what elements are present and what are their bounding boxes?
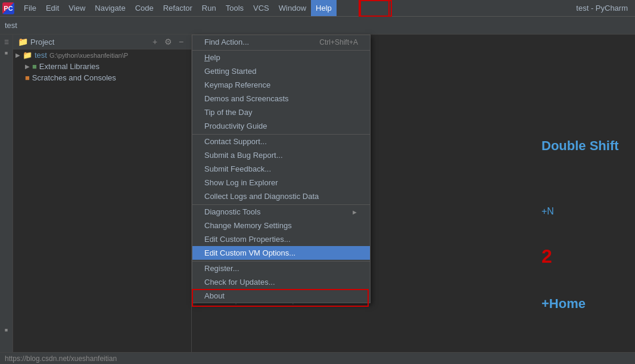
shortcut-annotation: +N [537,204,635,219]
side-icon-2[interactable]: ■ [0,48,13,58]
diagnostic-tools-label: Diagnostic Tools [204,207,260,216]
menu-window[interactable]: Window [274,0,311,16]
tree-item-test[interactable]: ▶ 📁 test G:\python\xueshanfeitian\P [13,49,191,61]
app-logo: PC [2,2,14,14]
double-shift-annotation: Double Shift [537,136,635,156]
titlebar: test [0,17,635,35]
menu-about[interactable]: About [192,289,370,303]
register-label: Register... [204,264,239,273]
demos-screencasts-label: Demos and Screencasts [204,94,289,103]
project-panel: 📁 Project + ⚙ − ▶ 📁 test G:\python\xuesh… [13,35,192,364]
number-annotation: 2 [537,243,635,270]
menu-collect-logs[interactable]: Collect Logs and Diagnostic Data [192,189,370,203]
menu-tools[interactable]: Tools [221,0,248,16]
tree-path-test: G:\python\xueshanfeitian\P [49,52,128,59]
tree-arrow-test: ▶ [15,52,20,58]
menu-view[interactable]: View [64,0,90,16]
annotation-area: Double Shift +N 2 +Home [537,35,635,364]
menu-edit[interactable]: Edit [41,0,64,16]
menu-show-log[interactable]: Show Log in Explorer [192,176,370,189]
menu-refactor[interactable]: Refactor [158,0,197,16]
menu-register[interactable]: Register... [192,261,370,275]
help-item-label: Help [204,53,220,62]
show-log-label: Show Log in Explorer [204,178,278,187]
menu-demos-screencasts[interactable]: Demos and Screencasts [192,92,370,105]
menu-run[interactable]: Run [197,0,221,16]
menu-contact-support[interactable]: Contact Support... [192,134,370,148]
menu-navigate[interactable]: Navigate [90,0,130,16]
menu-edit-custom-vm[interactable]: Edit Custom VM Options... [192,246,370,260]
getting-started-label: Getting Started [204,67,256,76]
panel-folder-icon: 📁 [18,37,28,46]
menu-change-memory[interactable]: Change Memory Settings [192,219,370,232]
url-label: https://blog.csdn.net/xueshanfeitian [5,354,117,363]
scratch-icon: ■ [25,73,30,82]
diagnostic-tools-arrow: ► [351,209,358,216]
find-action-label: Find Action... [204,38,249,46]
menu-vcs[interactable]: VCS [248,0,274,16]
window-title: test - PyCharm [576,4,633,13]
menu-help-item[interactable]: Help [192,50,370,64]
panel-icon-minus[interactable]: − [176,37,186,46]
folder-icon-test: 📁 [23,51,32,60]
content-area: Find Action... Ctrl+Shift+A Help Getting… [192,35,635,364]
logo-icon: PC [2,2,14,14]
panel-title: Project [30,38,54,46]
side-icon-3[interactable]: ■ [0,325,13,335]
shortcut-prefix: +N [541,206,554,216]
change-memory-label: Change Memory Settings [204,221,292,230]
menubar: PC File Edit View Navigate Code Refactor… [0,0,635,17]
menu-submit-bug[interactable]: Submit a Bug Report... [192,148,370,162]
menu-keymap-reference[interactable]: Keymap Reference [192,78,370,92]
submit-bug-label: Submit a Bug Report... [204,151,283,160]
tree-arrow-ext: ▶ [25,63,30,70]
panel-header: 📁 Project + ⚙ − [13,35,191,49]
contact-support-label: Contact Support... [204,137,267,146]
menu-edit-custom-props[interactable]: Edit Custom Properties... [192,232,370,246]
panel-icon-gear[interactable]: ⚙ [163,37,173,46]
keymap-reference-label: Keymap Reference [204,80,270,89]
panel-icon-plus[interactable]: + [150,37,160,46]
side-icons: ☰ ■ ■ ■ [0,35,13,364]
project-title: test [5,21,17,30]
menu-help[interactable]: Help [311,0,337,16]
about-label: About [204,291,225,300]
bottom-bar: https://blog.csdn.net/xueshanfeitian [0,352,635,364]
menu-productivity-guide[interactable]: Productivity Guide [192,119,370,133]
tree-label-test: test [35,51,47,60]
tree-item-external-libs[interactable]: ▶ ■ External Libraries [13,61,191,72]
tree-item-scratches[interactable]: ■ Scratches and Consoles [13,72,191,83]
check-updates-label: Check for Updates... [204,278,275,287]
productivity-guide-label: Productivity Guide [204,122,267,130]
menu-file[interactable]: File [19,0,41,16]
side-icon-1[interactable]: ☰ [0,37,13,48]
menu-code[interactable]: Code [130,0,158,16]
main-layout: ☰ ■ ■ ■ 📁 Project + ⚙ − ▶ 📁 test G:\pyth… [0,35,635,364]
help-dropdown-menu: Find Action... Ctrl+Shift+A Help Getting… [192,35,371,303]
tip-of-day-label: Tip of the Day [204,108,252,117]
menu-submit-feedback[interactable]: Submit Feedback... [192,162,370,176]
edit-custom-props-label: Edit Custom Properties... [204,235,291,244]
library-icon: ■ [32,62,37,71]
menu-tip-of-day[interactable]: Tip of the Day [192,105,370,119]
tree-label-scratch: Scratches and Consoles [32,73,116,82]
menu-check-updates[interactable]: Check for Updates... [192,275,370,289]
submit-feedback-label: Submit Feedback... [204,164,271,173]
home-annotation: +Home [537,294,635,314]
menu-getting-started[interactable]: Getting Started [192,64,370,78]
tree-label-ext: External Libraries [39,62,99,71]
find-action-shortcut: Ctrl+Shift+A [319,38,358,46]
menu-diagnostic-tools[interactable]: Diagnostic Tools ► [192,204,370,219]
collect-logs-label: Collect Logs and Diagnostic Data [204,192,319,201]
edit-custom-vm-label: Edit Custom VM Options... [204,248,295,257]
menu-find-action[interactable]: Find Action... Ctrl+Shift+A [192,35,370,49]
